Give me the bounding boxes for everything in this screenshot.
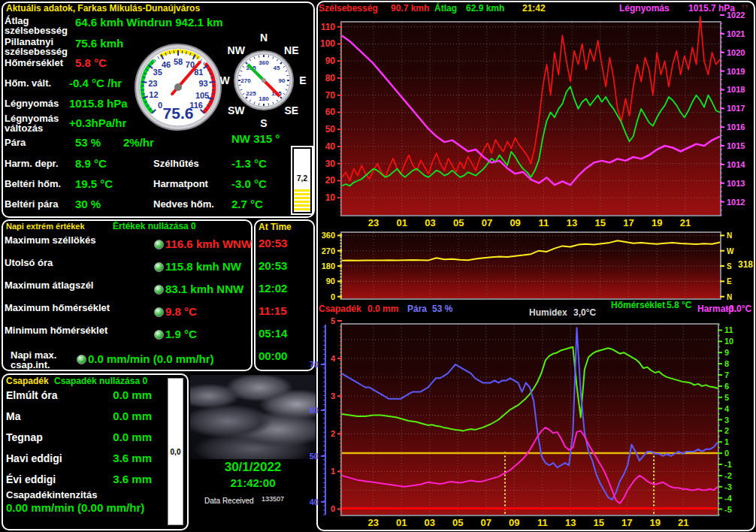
svg-text:270: 270	[322, 246, 335, 255]
dew-point-label: Harmatpont	[153, 178, 208, 189]
led-icon	[154, 262, 164, 272]
svg-text:40: 40	[325, 141, 336, 152]
extreme-time: 20:53	[259, 237, 311, 259]
svg-text:60: 60	[325, 107, 336, 117]
svg-text:09: 09	[509, 517, 519, 528]
extreme-label: Utolsó óra	[5, 257, 53, 268]
extreme-value: 1.9 °C	[165, 328, 197, 340]
extreme-value: 115.8 kmh NW	[165, 260, 241, 273]
extreme-time: 00:00	[259, 349, 311, 372]
current-date: 30/1/2022	[190, 460, 316, 475]
svg-text:-2: -2	[724, 471, 732, 480]
svg-text:90: 90	[325, 56, 336, 66]
svg-text:10: 10	[325, 192, 336, 203]
svg-text:19: 19	[652, 217, 662, 228]
wind-chill-value: -1.3 °C	[231, 157, 267, 170]
svg-text:318: 318	[738, 259, 753, 270]
rain-row: Elmúlt óra 0.0 mm	[6, 385, 156, 406]
svg-text:1013: 1013	[727, 179, 745, 188]
extreme-label: Maximum hőmérséklet	[5, 302, 110, 313]
svg-text:1019: 1019	[727, 67, 745, 76]
svg-text:10: 10	[724, 337, 733, 346]
rain-row-value: 3.6 mm	[95, 473, 152, 485]
indoor-humidity-label: Beltéri pára	[5, 198, 59, 210]
humidity-header-label: Pára	[407, 304, 427, 314]
pressure-trend-icon: ↑↑	[741, 2, 748, 11]
extreme-row: Minimum hőmérséklet 1.9 °C	[5, 325, 251, 347]
temperature-header-label: Hőmérséklet	[611, 300, 665, 310]
svg-text:01: 01	[396, 517, 407, 528]
svg-text:7: 7	[724, 370, 729, 379]
chart-time-value: 21:42	[522, 3, 546, 14]
svg-text:4: 4	[724, 404, 730, 413]
svg-text:11: 11	[724, 325, 733, 334]
avg-header-label: Átlag	[434, 3, 457, 14]
svg-text:W: W	[727, 247, 734, 255]
extreme-value: 83.1 kmh NNW	[165, 283, 243, 295]
extreme-time: 05:14	[259, 327, 311, 349]
humidity-deficit-label: Harm. depr.	[5, 158, 59, 169]
rain-row: Ma 0.0 mm	[6, 406, 156, 427]
panel-title: Aktuális adatok, Farkas Mikulás-Dunaújvá…	[6, 3, 200, 14]
extremes-rows: Maximum széllökés 116.6 kmh WNW Utolsó ó…	[5, 234, 251, 370]
svg-text:50: 50	[325, 124, 336, 135]
svg-text:23: 23	[368, 217, 379, 228]
avg-header-value: 62.9 kmh	[466, 3, 504, 14]
led-icon	[154, 307, 164, 317]
svg-text:17: 17	[621, 517, 632, 528]
svg-text:N: N	[727, 293, 732, 301]
attime-rows: 20:5320:5312:0211:1505:1400:00	[259, 237, 311, 372]
svg-text:15: 15	[594, 517, 604, 528]
rain-intensity-value: 0.00 mm/min (0.00 mm/hr)	[6, 501, 144, 514]
svg-text:6: 6	[724, 382, 729, 391]
extreme-row: Maximum átlagszél 83.1 kmh NNW	[5, 280, 251, 302]
svg-text:2: 2	[724, 426, 729, 435]
extreme-value: 116.6 kmh WNW	[165, 237, 252, 250]
svg-text:19: 19	[650, 517, 661, 528]
inst-wind-value: 75.6 kmh	[75, 37, 123, 50]
weather-dashboard: Aktuális adatok, Farkas Mikulás-Dunaújvá…	[0, 0, 756, 532]
attime-header: At Time	[259, 222, 292, 232]
svg-text:-4: -4	[724, 494, 733, 503]
temp-label: Hőmérséklet	[5, 57, 63, 68]
extreme-row: Utolsó óra 115.8 kmh NW	[5, 257, 251, 280]
humidity-value: 53 %	[75, 136, 101, 149]
rain-row: Havi eddigi 3.6 mm	[6, 448, 156, 469]
svg-text:E: E	[727, 277, 732, 286]
wind-force-bar-fill: 7,2	[294, 149, 310, 212]
rain-row: Tegnap 0.0 mm	[6, 427, 156, 448]
svg-text:1: 1	[724, 437, 729, 446]
svg-text:60: 60	[310, 406, 319, 415]
pressure-header-label: Légnyomás	[619, 3, 670, 14]
extreme-label: Maximum széllökés	[5, 234, 95, 246]
rain-gauge-bar: 0,0	[168, 378, 183, 525]
rain-intensity-label: Csapadékintenzitás	[6, 489, 97, 500]
extreme-label: Maximum átlagszél	[5, 280, 94, 291]
avg-wind-label-2: szélsebesség	[5, 25, 68, 36]
extremes-reset-button[interactable]: Értékek nullázása 0	[113, 221, 196, 231]
rain-row-label: Elmúlt óra	[6, 389, 57, 401]
svg-text:-3: -3	[724, 482, 732, 491]
svg-text:05: 05	[453, 217, 464, 228]
rain-row-value: 0.0 mm	[95, 388, 152, 401]
svg-text:0: 0	[331, 292, 335, 301]
humidex-header-value: 3,0°C	[573, 307, 596, 318]
svg-text:1016: 1016	[727, 122, 745, 131]
rain-row-label: Tegnap	[6, 431, 43, 443]
rain-rows: Elmúlt óra 0.0 mm Ma 0.0 mm Tegnap 0.0 m…	[6, 385, 156, 490]
svg-text:20: 20	[325, 175, 336, 186]
rain-gauge-bar-value: 0,0	[168, 448, 183, 456]
svg-text:4: 4	[331, 354, 336, 363]
rain-row-value: 3.6 mm	[95, 452, 152, 464]
svg-text:1022: 1022	[727, 11, 745, 20]
svg-text:90: 90	[326, 277, 335, 286]
svg-text:70: 70	[310, 360, 319, 369]
svg-text:17: 17	[623, 217, 634, 228]
extreme-value: 0.0 mm/min (0.0 mm/hr)	[88, 352, 214, 365]
wind-direction-reading: NW 315 °	[231, 132, 280, 145]
led-icon	[154, 285, 164, 295]
svg-text:-5: -5	[724, 505, 732, 514]
svg-text:2: 2	[331, 429, 335, 438]
svg-text:05: 05	[452, 517, 463, 528]
svg-text:1015: 1015	[727, 141, 745, 150]
